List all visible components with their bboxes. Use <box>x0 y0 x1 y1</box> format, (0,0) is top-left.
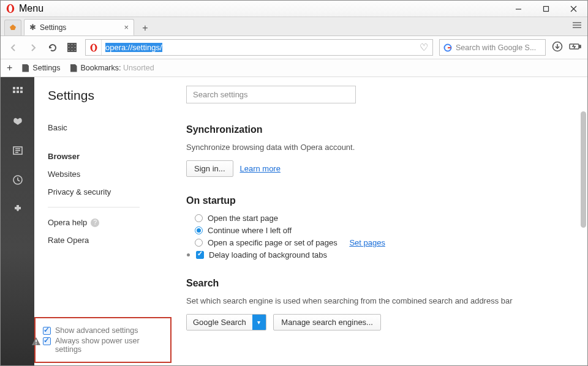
section-synchronization: Synchronization Synchronize browsing dat… <box>186 124 569 177</box>
power-user-checkbox[interactable] <box>43 337 51 345</box>
sync-description: Synchronize browsing data with Opera acc… <box>186 143 569 152</box>
nav-websites[interactable]: Websites <box>48 165 159 183</box>
svg-point-19 <box>92 44 95 51</box>
speed-dial-button[interactable] <box>66 41 79 54</box>
tab-label: Settings <box>40 23 66 32</box>
svg-rect-24 <box>13 87 15 89</box>
svg-rect-35 <box>36 340 37 343</box>
bookmark-settings[interactable]: Settings <box>22 64 60 72</box>
settings-content: Search settings Synchronization Synchron… <box>168 77 587 365</box>
google-icon <box>443 43 452 52</box>
site-badge-icon[interactable] <box>86 40 102 55</box>
address-url[interactable]: opera://settings/ <box>102 43 415 52</box>
svg-rect-26 <box>20 87 23 89</box>
search-engine-select[interactable]: Google Search ▾ <box>186 314 266 331</box>
startup-option-start-page[interactable]: Open the start page <box>195 214 569 223</box>
tab-menu-icon[interactable] <box>573 21 581 31</box>
new-tab-button[interactable]: + <box>137 21 154 35</box>
page-icon <box>22 64 29 72</box>
svg-rect-36 <box>36 343 37 345</box>
nav-opera-help[interactable]: Opera help? <box>48 214 159 231</box>
bookmark-unsorted[interactable]: Bookmarks: Unsorted <box>70 64 154 72</box>
battery-icon[interactable] <box>569 42 581 53</box>
warning-icon <box>32 337 40 345</box>
tab-close-button[interactable]: × <box>124 23 129 32</box>
pinned-tab[interactable] <box>4 20 21 35</box>
svg-rect-3 <box>544 6 549 11</box>
search-placeholder: Search with Google S... <box>456 43 536 52</box>
rail-extensions-icon[interactable] <box>12 203 24 215</box>
svg-rect-23 <box>579 45 581 48</box>
reload-button[interactable] <box>46 41 59 54</box>
bookmark-page-icon[interactable]: ♡ <box>415 42 432 53</box>
downloads-icon[interactable] <box>552 41 563 54</box>
nav-basic[interactable]: Basic <box>48 119 159 136</box>
startup-option-continue[interactable]: Continue where I left off <box>195 226 569 235</box>
rail-bookmarks-icon[interactable] <box>12 115 24 127</box>
svg-rect-15 <box>68 50 70 51</box>
nav-rate-opera[interactable]: Rate Opera <box>48 231 159 249</box>
sync-heading: Synchronization <box>186 124 569 135</box>
startup-option-delay-loading[interactable]: Delay loading of background tabs <box>187 250 569 260</box>
tab-strip: ✱ Settings × + <box>1 17 587 36</box>
svg-rect-11 <box>74 43 76 45</box>
section-on-startup: On startup Open the start page Continue … <box>186 195 569 260</box>
manage-search-engines-button[interactable]: Manage search engines... <box>273 314 381 331</box>
svg-rect-28 <box>17 91 19 93</box>
search-description: Set which search engine is used when sea… <box>186 296 569 305</box>
add-bookmark-button[interactable]: + <box>7 62 12 73</box>
svg-point-1 <box>9 5 12 12</box>
rail-speed-dial-icon[interactable] <box>12 86 24 98</box>
svg-rect-14 <box>74 47 76 48</box>
window-minimize-button[interactable] <box>505 1 532 17</box>
svg-rect-29 <box>20 91 23 93</box>
power-user-checkbox-row[interactable]: Always show power user settings <box>43 337 164 354</box>
scrollbar-thumb[interactable] <box>581 111 586 228</box>
svg-rect-10 <box>71 43 73 45</box>
set-pages-link[interactable]: Set pages <box>349 238 385 247</box>
rail-history-icon[interactable] <box>12 174 24 186</box>
search-heading: Search <box>186 278 569 289</box>
nav-browser[interactable]: Browser <box>48 148 159 165</box>
svg-rect-13 <box>71 47 73 48</box>
help-icon: ? <box>91 218 99 227</box>
show-advanced-checkbox-row[interactable]: Show advanced settings <box>43 326 164 335</box>
search-bar[interactable]: Search with Google S... <box>439 39 546 56</box>
page-title: Settings <box>48 88 159 103</box>
svg-rect-12 <box>68 47 70 48</box>
forward-button[interactable] <box>26 41 40 54</box>
window-maximize-button[interactable] <box>532 1 560 17</box>
settings-search-input[interactable]: Search settings <box>186 86 356 103</box>
opera-logo-icon <box>6 4 15 13</box>
svg-rect-27 <box>13 91 15 93</box>
svg-rect-16 <box>71 50 73 51</box>
tab-settings[interactable]: ✱ Settings × <box>24 19 134 35</box>
left-rail <box>1 77 34 365</box>
menu-label[interactable]: Menu <box>19 3 43 14</box>
bookmarks-bar: + Settings Bookmarks: Unsorted <box>1 59 587 77</box>
bullet-icon <box>187 253 190 256</box>
settings-sidebar: Settings Basic Browser Websites Privacy … <box>34 77 168 365</box>
gear-icon: ✱ <box>29 23 36 32</box>
svg-rect-9 <box>68 43 70 45</box>
svg-rect-17 <box>74 50 76 51</box>
show-advanced-checkbox[interactable] <box>43 327 51 335</box>
advanced-settings-box: Show advanced settings Always show power… <box>34 317 172 363</box>
window-close-button[interactable] <box>560 1 587 17</box>
svg-rect-25 <box>17 87 19 89</box>
main-area: Settings Basic Browser Websites Privacy … <box>1 77 587 365</box>
back-button[interactable] <box>7 41 20 54</box>
startup-option-specific-page[interactable]: Open a specific page or set of pages Set… <box>195 238 569 247</box>
page-icon <box>70 64 77 72</box>
chevron-down-icon: ▾ <box>252 315 266 330</box>
address-bar[interactable]: opera://settings/ ♡ <box>85 39 433 56</box>
learn-more-link[interactable]: Learn more <box>239 164 280 173</box>
nav-privacy[interactable]: Privacy & security <box>48 183 159 201</box>
sign-in-button[interactable]: Sign in... <box>186 160 233 177</box>
section-search: Search Set which search engine is used w… <box>186 278 569 331</box>
window-titlebar: Menu <box>1 1 587 17</box>
rail-news-icon[interactable] <box>12 144 24 157</box>
toolbar: opera://settings/ ♡ Search with Google S… <box>1 36 587 59</box>
startup-heading: On startup <box>186 195 569 206</box>
